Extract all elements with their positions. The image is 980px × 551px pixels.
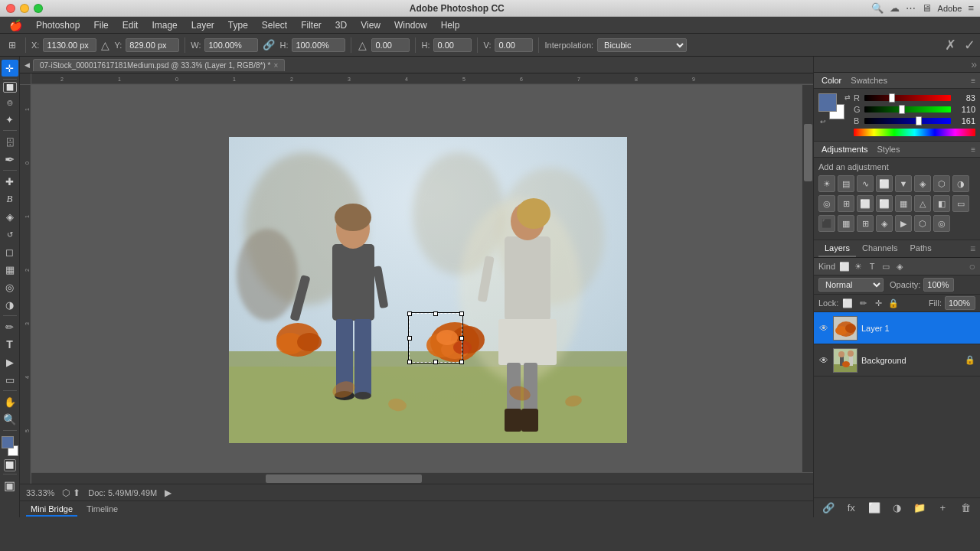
menu-3d[interactable]: 3D [329,18,353,32]
new-group-icon[interactable]: 📁 [910,500,929,515]
hsl-icon[interactable]: ◈ [914,175,931,192]
menu-edit[interactable]: Edit [116,18,145,32]
type-tool-btn[interactable]: T [2,336,18,353]
history-brush-tool-btn[interactable]: ↺ [2,226,18,243]
filter-type-icon[interactable]: T [866,260,878,272]
3d-icon[interactable]: ⬡ [914,215,931,232]
blur-tool-btn[interactable]: ◎ [2,279,18,295]
menu-layer[interactable]: Layer [185,18,220,32]
menu-filter[interactable]: Filter [295,18,328,32]
menu-photoshop[interactable]: Photoshop [30,18,86,32]
swatches-tab[interactable]: Swatches [848,75,890,86]
healing-tool-btn[interactable]: ✚ [2,173,18,190]
posterize-icon[interactable]: ▦ [895,195,912,212]
filter-shape-icon[interactable]: ▭ [880,260,892,272]
filter-smart-icon[interactable]: ◈ [893,260,906,272]
filter-adjustment-icon[interactable]: ☀ [852,260,864,272]
menu-select[interactable]: Select [256,18,293,32]
magic-wand-tool-btn[interactable]: ✦ [2,111,18,128]
brightness-contrast-icon[interactable]: ☀ [818,175,835,192]
delete-layer-icon[interactable]: 🗑 [956,500,975,515]
layers-tab-channels[interactable]: Channels [856,240,903,257]
fg-color-swatch[interactable] [2,436,14,448]
solid-color-icon[interactable]: ⬛ [818,215,835,232]
y-input[interactable] [126,38,179,52]
background-visibility-icon[interactable]: 👁 [818,355,829,366]
tab-prev-icon[interactable]: ◀ [24,61,30,69]
lock-all-icon[interactable]: 🔒 [887,297,900,309]
filter-pixel-icon[interactable]: ⬜ [838,260,851,272]
g-slider[interactable] [864,106,951,112]
screen-icon[interactable]: 🖥 [922,2,932,14]
layer-1-visibility-icon[interactable]: 👁 [818,323,829,334]
menu-type[interactable]: Type [222,18,254,32]
blend-mode-select[interactable]: Normal Multiply Screen Overlay [818,278,884,292]
layer-item-background[interactable]: 👁 Back [814,344,980,377]
color-panel-menu-icon[interactable]: ≡ [971,77,975,85]
minimize-button[interactable] [20,4,29,13]
marquee-tool-btn[interactable]: ⬜ [3,82,17,93]
canvas-area[interactable]: 2 1 0 1 2 3 4 5 6 7 8 9 [20,73,813,484]
w-input[interactable] [204,38,258,52]
h-scroll-thumb[interactable] [266,474,422,483]
eraser-tool-btn[interactable]: ◻ [2,243,18,260]
color-tab[interactable]: Color [818,75,844,86]
x-input[interactable] [43,38,96,52]
layer-item-1[interactable]: 👁 Layer 1 [814,312,980,344]
new-layer-icon[interactable]: + [933,500,952,515]
video-icon[interactable]: ▶ [895,215,912,232]
commit-transform-icon[interactable]: ✓ [964,37,975,54]
layers-panel-menu-icon[interactable]: ≡ [970,243,975,254]
menu-image[interactable]: Image [145,18,183,32]
zoom-tool-btn[interactable]: 🔍 [2,411,18,428]
close-tab-icon[interactable]: × [273,61,278,70]
curves-icon[interactable]: ∿ [857,175,874,192]
status-icon-1[interactable]: ⬡ [62,487,70,498]
gradient-tool-btn[interactable]: ▦ [2,261,18,278]
screen-mode-btn[interactable]: ▣ [2,477,18,494]
pattern-icon[interactable]: ⊞ [857,215,874,232]
channel-mixer-icon[interactable]: ⊞ [838,195,854,212]
adjustments-tab[interactable]: Adjustments [818,144,871,155]
g-slider-thumb[interactable] [899,105,905,114]
h-input[interactable] [292,38,345,52]
r-slider-thumb[interactable] [889,93,895,103]
invert-icon[interactable]: ⬜ [876,195,893,212]
swap-colors-icon[interactable]: ⇄ [844,93,851,101]
vibrance-icon[interactable]: ▼ [895,175,912,192]
close-button[interactable] [6,4,15,13]
clone-tool-btn[interactable]: ◈ [2,208,18,225]
horizontal-scrollbar[interactable] [31,472,813,484]
layers-tab-paths[interactable]: Paths [904,240,938,257]
pen-tool-btn[interactable]: ✏ [2,318,18,335]
layer-filter-toggle-icon[interactable]: ○ [969,260,975,272]
selective-color-icon[interactable]: ◧ [933,195,950,212]
mini-bridge-tab[interactable]: Mini Bridge [26,503,77,517]
move-tool-btn[interactable]: ✛ [2,60,18,77]
vertical-scrollbar[interactable] [802,85,813,472]
fill-input[interactable] [945,296,975,310]
v-input[interactable] [495,38,533,52]
r-slider[interactable] [864,95,951,101]
opacity-input[interactable] [923,278,954,292]
quick-mask-btn[interactable]: ⬜ [4,459,16,471]
gradient-fill-icon[interactable]: ▦ [838,215,854,232]
color-lookup-icon[interactable]: ⬜ [857,195,874,212]
lasso-tool-btn[interactable]: ⌾ [2,93,18,110]
color-swatches-widget[interactable] [2,436,18,456]
document-tab[interactable]: 07-iStock_000017617181Medium.psd @ 33.3%… [33,59,285,71]
gradient-map-icon[interactable]: ▭ [952,195,969,212]
lock-pixels-icon[interactable]: ✏ [857,297,869,309]
link-layers-icon[interactable]: 🔗 [818,500,838,515]
v-scroll-thumb[interactable] [804,124,812,182]
menu-view[interactable]: View [354,18,387,32]
eyedropper-tool-btn[interactable]: ✒ [2,151,18,168]
b-slider[interactable] [864,118,951,124]
styles-tab[interactable]: Styles [874,144,903,155]
cancel-transform-icon[interactable]: ✗ [945,37,956,54]
rotate-input[interactable] [371,38,410,52]
add-style-icon[interactable]: fx [841,500,861,515]
notification-icon[interactable]: ⋯ [906,2,916,14]
levels-icon[interactable]: ▤ [838,175,854,192]
bw-icon[interactable]: ◑ [952,175,969,192]
